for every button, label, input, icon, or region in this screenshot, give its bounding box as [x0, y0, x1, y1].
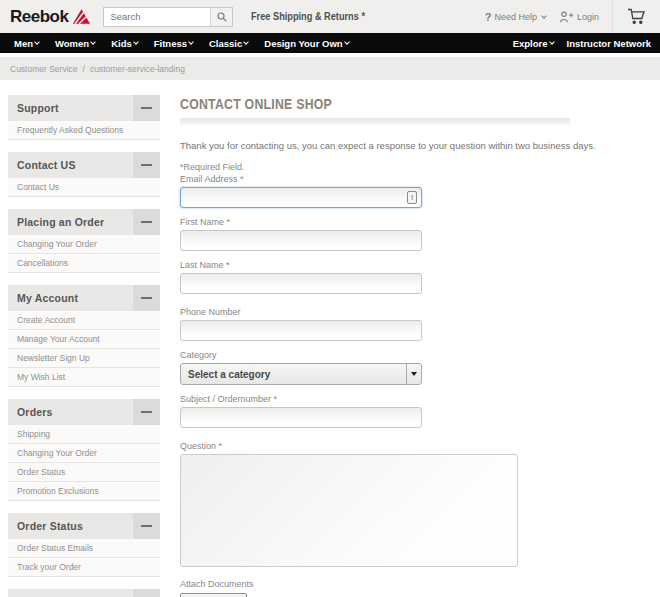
breadcrumb-current: customer-service-landing	[90, 64, 185, 74]
nav-right: Explore Instructor Network	[513, 38, 660, 49]
nav-label: Kids	[111, 38, 132, 49]
nav-item-men[interactable]: Men	[14, 38, 39, 49]
reebok-logo-text: Reebok	[10, 7, 68, 27]
page-title: CONTACT ONLINE SHOP	[180, 95, 565, 112]
sidebar-item-order-status-emails[interactable]: Order Status Emails	[8, 539, 160, 558]
nav-item-explore[interactable]: Explore	[513, 38, 554, 49]
sidebar-item-promotion-exclusions[interactable]: Promotion Exclusions	[8, 482, 160, 501]
nav-item-design-your-own[interactable]: Design Your Own	[264, 38, 348, 49]
nav-label: Explore	[513, 38, 548, 49]
contact-form-section: CONTACT ONLINE SHOP Thank you for contac…	[180, 95, 650, 597]
sidebar-header-policies[interactable]: Policies	[8, 589, 160, 597]
nav-label: Men	[14, 38, 33, 49]
category-label: Category	[180, 350, 650, 360]
minus-icon	[141, 525, 152, 527]
nav-item-instructor-network[interactable]: Instructor Network	[567, 38, 651, 49]
breadcrumb-separator: /	[83, 64, 85, 74]
sidebar-header-support[interactable]: Support	[8, 95, 160, 121]
category-field-group: Category Select a category	[180, 350, 650, 385]
sidebar-section-orders: Orders Shipping Changing Your Order Orde…	[8, 399, 160, 501]
search-input[interactable]	[104, 8, 210, 26]
section-title: Orders	[8, 406, 53, 418]
last-name-label: Last Name *	[180, 260, 650, 270]
question-field[interactable]	[180, 454, 518, 567]
sidebar-item-newsletter-sign-up[interactable]: Newsletter Sign Up	[8, 349, 160, 368]
phone-field[interactable]	[180, 320, 422, 341]
top-header: Reebok Free Shipping & Return	[0, 0, 660, 33]
sidebar-section-support: Support Frequently Asked Questions	[8, 95, 160, 140]
chevron-down-icon	[133, 39, 139, 45]
need-help-menu[interactable]: ? Need Help	[485, 11, 546, 23]
collapse-toggle	[133, 285, 160, 311]
nav-item-women[interactable]: Women	[55, 38, 95, 49]
first-name-label: First Name *	[180, 217, 650, 227]
sidebar-item-contact-us[interactable]: Contact Us	[8, 178, 160, 197]
nav-label: Classic	[209, 38, 242, 49]
title-divider	[180, 118, 570, 125]
file-row: Choose File No file chosen	[180, 593, 650, 597]
last-name-field[interactable]	[180, 273, 422, 294]
sidebar-section-contact-us: Contact US Contact Us	[8, 152, 160, 197]
form-intro-text: Thank you for contacting us, you can exp…	[180, 140, 650, 151]
cart-icon	[627, 8, 647, 25]
minus-icon	[141, 221, 152, 223]
collapse-toggle	[133, 209, 160, 235]
section-title: Placing an Order	[8, 216, 104, 228]
minus-icon	[141, 107, 152, 109]
subject-field-group: Subject / Ordernumber *	[180, 394, 650, 428]
phone-label: Phone Number	[180, 307, 650, 317]
nav-item-kids[interactable]: Kids	[111, 38, 138, 49]
cart-button[interactable]	[612, 0, 660, 33]
sidebar-section-order-status: Order Status Order Status Emails Track y…	[8, 513, 160, 577]
breadcrumb-customer-service[interactable]: Customer Service	[10, 64, 78, 74]
sidebar-item-changing-your-order-2[interactable]: Changing Your Order	[8, 444, 160, 463]
chevron-down-icon	[344, 39, 350, 45]
sidebar-item-track-your-order[interactable]: Track your Order	[8, 558, 160, 577]
nav-item-classic[interactable]: Classic	[209, 38, 248, 49]
nav-item-fitness[interactable]: Fitness	[154, 38, 193, 49]
last-name-field-group: Last Name *	[180, 260, 650, 294]
nav-label: Fitness	[154, 38, 187, 49]
search-button[interactable]	[210, 8, 232, 26]
sidebar-header-contact-us[interactable]: Contact US	[8, 152, 160, 178]
subject-field[interactable]	[180, 407, 422, 428]
first-name-field[interactable]	[180, 230, 422, 251]
sidebar-header-my-account[interactable]: My Account	[8, 285, 160, 311]
collapse-toggle	[133, 513, 160, 539]
breadcrumb: Customer Service / customer-service-land…	[0, 57, 660, 80]
login-button[interactable]: Login	[559, 11, 599, 23]
category-select[interactable]: Select a category	[180, 363, 422, 385]
nav-left: Men Women Kids Fitness Classic Design Yo…	[0, 38, 349, 49]
sidebar-header-order-status[interactable]: Order Status	[8, 513, 160, 539]
nav-label: Women	[55, 38, 89, 49]
sidebar-item-my-wish-list[interactable]: My Wish List	[8, 368, 160, 387]
sidebar-item-create-account[interactable]: Create Account	[8, 311, 160, 330]
sidebar-item-order-status[interactable]: Order Status	[8, 463, 160, 482]
sidebar-item-shipping[interactable]: Shipping	[8, 425, 160, 444]
chevron-down-icon	[188, 39, 194, 45]
chevron-down-icon	[541, 13, 547, 19]
section-title: Support	[8, 102, 59, 114]
email-field[interactable]	[180, 187, 422, 208]
required-field-note: *Required Field.	[180, 162, 650, 172]
reebok-logo[interactable]: Reebok	[10, 7, 90, 27]
choose-file-button[interactable]: Choose File	[180, 593, 247, 597]
sidebar-header-orders[interactable]: Orders	[8, 399, 160, 425]
sidebar-item-changing-your-order[interactable]: Changing Your Order	[8, 235, 160, 254]
search-box	[103, 7, 233, 27]
login-label: Login	[577, 12, 599, 22]
first-name-field-group: First Name *	[180, 217, 650, 251]
sidebar-item-manage-your-account[interactable]: Manage Your Account	[8, 330, 160, 349]
question-label: Question *	[180, 441, 650, 451]
subject-label: Subject / Ordernumber *	[180, 394, 650, 404]
nav-label: Instructor Network	[567, 38, 651, 49]
nav-label: Design Your Own	[264, 38, 342, 49]
minus-icon	[141, 411, 152, 413]
section-title: Contact US	[8, 159, 76, 171]
collapse-toggle	[133, 95, 160, 121]
sidebar-item-faq[interactable]: Frequently Asked Questions	[8, 121, 160, 140]
chevron-down-icon	[549, 39, 555, 45]
sidebar-item-cancellations[interactable]: Cancellations	[8, 254, 160, 273]
search-icon	[217, 12, 227, 22]
sidebar-header-placing-an-order[interactable]: Placing an Order	[8, 209, 160, 235]
